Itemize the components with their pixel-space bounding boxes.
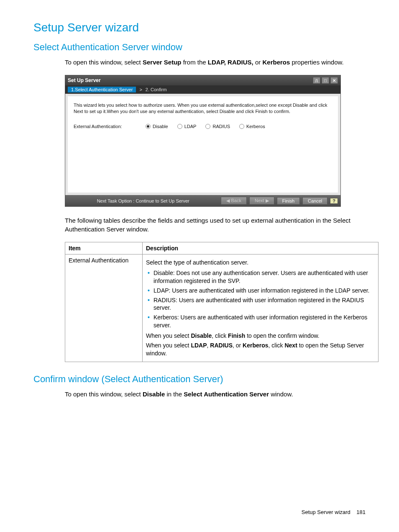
help-button[interactable]: ? <box>330 198 338 204</box>
header-item: Item <box>65 242 143 254</box>
footer-text: Next Task Option : Continue to Set Up Se… <box>68 198 218 203</box>
s2-bold2: Select Authentication Server <box>184 391 269 398</box>
desc-post1: When you select Disable, click Finish to… <box>146 332 375 340</box>
table-row: External Authentication Select the type … <box>65 254 379 362</box>
list-item: LDAP: Users are authenticated with user … <box>146 287 375 295</box>
desc-list: Disable: Does not use any authentication… <box>146 269 375 329</box>
desc-intro: Select the type of authentication server… <box>146 259 375 267</box>
s2-text: To open this window, select <box>65 391 143 398</box>
radio-option-ldap[interactable]: LDAP <box>177 124 197 129</box>
wizard-steps: 1.Select Authentication Server > 2. Conf… <box>65 85 340 94</box>
maximize-icon[interactable]: □ <box>322 77 329 84</box>
step-separator: > <box>139 87 142 92</box>
intro-text: from the <box>183 59 208 66</box>
radio-icon <box>239 124 244 129</box>
finish-button[interactable]: Finish <box>277 197 300 205</box>
back-button[interactable]: ◀ Back <box>221 197 247 205</box>
desc-post2: When you select LDAP, RADIUS, or Kerbero… <box>146 342 375 357</box>
cell-desc: Select the type of authentication server… <box>143 254 379 362</box>
cell-item: External Authentication <box>65 254 143 362</box>
s2-bold1: Disable <box>143 391 165 398</box>
s2-text: in the <box>166 391 184 398</box>
intro-text: or <box>255 59 263 66</box>
page-footer: Setup Server wizard 181 <box>302 509 366 515</box>
description-table: Item Description External Authentication… <box>65 242 379 362</box>
radio-group-label: External Authentication: <box>74 124 136 129</box>
wizard-body: This wizard lets you select how to autho… <box>68 96 338 193</box>
footer-label: Setup Server wizard <box>302 509 350 515</box>
radio-icon <box>177 124 182 129</box>
radio-label: LDAP <box>184 124 197 129</box>
s2-text: window. <box>271 391 293 398</box>
step-inactive: 2. Confirm <box>146 87 167 92</box>
intro-text: To open this window, select <box>65 59 143 66</box>
cancel-button[interactable]: Cancel <box>302 197 327 205</box>
radio-option-disable[interactable]: Disable <box>146 124 168 129</box>
radio-option-kerberos[interactable]: Kerberos <box>239 124 265 129</box>
radio-label: Kerberos <box>246 124 265 129</box>
wizard-title: Set Up Server <box>68 77 101 83</box>
wizard-titlebar: Set Up Server ⎍ □ ✕ <box>65 75 340 85</box>
section-title: Select Authentication Server window <box>33 42 366 53</box>
intro-paragraph: To open this window, select Server Setup… <box>65 58 366 67</box>
radio-group: External Authentication: Disable LDAP RA… <box>74 124 332 129</box>
footer-page-number: 181 <box>356 509 366 515</box>
next-button[interactable]: Next ▶ <box>249 197 274 205</box>
intro-text: properties window. <box>292 59 343 66</box>
radio-label: Disable <box>153 124 168 129</box>
section2-paragraph: To open this window, select Disable in t… <box>65 390 366 398</box>
radio-icon <box>205 124 210 129</box>
intro-bold3: Kerberos <box>262 59 290 66</box>
wizard-screenshot: Set Up Server ⎍ □ ✕ 1.Select Authenticat… <box>65 75 366 207</box>
radio-option-radius[interactable]: RADIUS <box>205 124 230 129</box>
radio-label: RADIUS <box>212 124 230 129</box>
intro-bold2: LDAP, RADIUS, <box>208 59 253 66</box>
header-desc: Description <box>143 242 379 254</box>
step-active: 1.Select Authentication Server <box>68 87 136 93</box>
section2-title: Confirm window (Select Authentication Se… <box>33 374 366 385</box>
post-wizard-text: The following tables describe the fields… <box>65 216 366 234</box>
close-icon[interactable]: ✕ <box>330 77 338 84</box>
intro-bold1: Server Setup <box>143 59 182 66</box>
list-item: Kerberos: Users are authenticated with u… <box>146 314 375 329</box>
list-item: RADIUS: Users are authenticated with use… <box>146 296 375 312</box>
restore-icon[interactable]: ⎍ <box>313 77 320 84</box>
wizard-dialog: Set Up Server ⎍ □ ✕ 1.Select Authenticat… <box>65 75 341 207</box>
wizard-message: This wizard lets you select how to autho… <box>74 102 332 115</box>
list-item: Disable: Does not use any authentication… <box>146 269 375 285</box>
radio-icon <box>146 124 151 129</box>
wizard-footer: Next Task Option : Continue to Set Up Se… <box>65 195 340 206</box>
titlebar-icons: ⎍ □ ✕ <box>313 77 338 84</box>
page-title: Setup Server wizard <box>33 21 366 34</box>
